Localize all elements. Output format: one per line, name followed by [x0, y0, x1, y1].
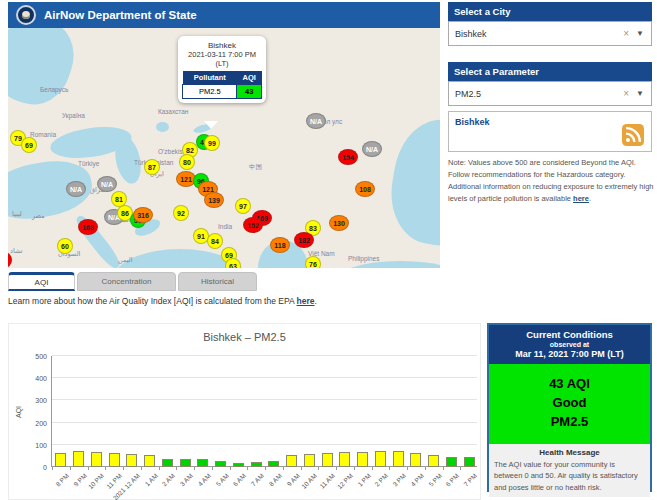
x-axis-label: 4 PM — [409, 472, 425, 488]
current-aqi-block: 43 AQI Good PM2.5 — [489, 364, 650, 444]
x-axis-tick — [159, 467, 160, 470]
x-axis-label: 4 AM — [196, 472, 211, 487]
current-conditions-title: Current Conditions — [491, 329, 648, 340]
map-label: تشاد — [10, 247, 22, 255]
chart-bar — [126, 454, 137, 467]
aqi-marker[interactable]: 87 — [144, 159, 160, 175]
city-select-dropdown[interactable]: Bishkek × ▼ — [448, 21, 652, 46]
chart-plot-area: AQI 01002003004005008 PM9 PM10 PM11 PM20… — [51, 356, 477, 467]
tab-historical[interactable]: Historical — [178, 272, 257, 291]
current-aqi-category: Good — [489, 394, 650, 413]
parameter-clear-icon[interactable]: × — [623, 88, 629, 99]
map-label: Україна — [62, 112, 85, 119]
aqi-marker[interactable]: N/A — [97, 176, 117, 192]
map-label: India — [218, 223, 232, 230]
x-axis-tick — [123, 467, 124, 470]
aqi-marker[interactable]: 108 — [355, 181, 375, 197]
chart-bar — [233, 463, 244, 467]
chart-bar — [73, 451, 84, 467]
aqi-marker[interactable]: 60 — [57, 238, 73, 254]
aqi-marker[interactable]: N/A — [66, 181, 86, 197]
aqi-marker[interactable]: 84 — [207, 233, 223, 249]
city-clear-icon[interactable]: × — [623, 28, 629, 39]
aqi-marker[interactable]: 118 — [270, 237, 290, 253]
chart-bar — [109, 453, 120, 467]
tab-aqi[interactable]: AQI — [8, 272, 75, 291]
x-axis-label: 8 AM — [267, 472, 282, 487]
map-label: Romania — [30, 131, 56, 138]
rss-icon[interactable] — [622, 124, 644, 146]
aqi-marker[interactable]: N/A — [362, 141, 382, 157]
aqi-marker[interactable]: 76 — [305, 256, 321, 268]
x-axis-label: 1 AM — [143, 472, 158, 487]
parameter-select-dropdown[interactable]: PM2.5 × ▼ — [448, 81, 652, 106]
city-chevron-down-icon[interactable]: ▼ — [636, 29, 644, 38]
aqi-marker[interactable]: 163 — [78, 219, 98, 235]
aqi-marker[interactable]: 152 — [243, 217, 263, 233]
aqi-marker[interactable]: N/A — [306, 113, 326, 129]
aqi-marker[interactable]: 69 — [21, 137, 37, 153]
x-axis-label: 1 PM — [356, 472, 372, 488]
map-label: ليبيا — [12, 210, 22, 218]
chart-title: Bishkek – PM2.5 — [9, 331, 480, 343]
chart-bar — [55, 453, 66, 467]
note-suffix: . — [589, 194, 591, 203]
x-axis-label: 6 AM — [232, 472, 247, 487]
x-axis-tick — [425, 467, 426, 470]
gridline — [52, 399, 477, 400]
popup-city: Bishkek — [182, 41, 262, 50]
epa-here-link[interactable]: here — [297, 296, 315, 306]
x-axis-tick — [88, 467, 89, 470]
learn-more-suffix: . — [315, 296, 317, 306]
x-axis-tick — [354, 467, 355, 470]
current-conditions-observed-at: observed at — [491, 341, 648, 348]
learn-more-line: Learn more about how the Air Quality Ind… — [8, 296, 317, 306]
y-axis-tick: 100 — [21, 441, 47, 448]
parameter-chevron-down-icon[interactable]: ▼ — [636, 89, 644, 98]
aqi-marker[interactable]: 63 — [225, 258, 241, 268]
city-select-header: Select a City — [448, 2, 652, 21]
health-message-block: Health Message The AQI value for your co… — [489, 444, 650, 498]
aqi-marker[interactable]: 154 — [338, 149, 358, 165]
y-axis-tick: 0 — [21, 464, 47, 471]
current-conditions-datetime: Mar 11, 2021 7:00 PM (LT) — [491, 349, 648, 359]
x-axis-label: 5 AM — [214, 472, 229, 487]
aqi-marker[interactable]: 316 — [133, 207, 153, 223]
map-label: مصر — [32, 212, 45, 220]
x-axis-tick — [265, 467, 266, 470]
x-axis-label: 3 AM — [179, 472, 194, 487]
x-axis-tick — [52, 467, 53, 470]
chart-bar — [91, 452, 102, 467]
aqi-marker[interactable]: 80 — [179, 154, 195, 170]
x-axis-label: 11 AM — [318, 472, 336, 490]
note-here-link[interactable]: here — [573, 194, 589, 203]
aqi-marker[interactable]: 99 — [204, 135, 220, 151]
department-of-state-seal-icon — [16, 5, 36, 25]
x-axis-tick — [407, 467, 408, 470]
chart-bar — [268, 461, 279, 467]
aqi-marker[interactable]: 92 — [173, 205, 189, 221]
aqi-marker[interactable]: 139 — [204, 192, 224, 208]
gridline — [52, 444, 477, 445]
y-axis-tick: 300 — [21, 397, 47, 404]
aqi-map[interactable]: БеларусьУкраїнаRomaniaTürkiyeКазахстанO'… — [8, 28, 440, 268]
aqi-marker[interactable]: 182 — [294, 232, 314, 248]
x-axis-tick — [336, 467, 337, 470]
gridline — [52, 355, 477, 356]
x-axis-label: 12 PM — [336, 472, 354, 490]
app-header: AirNow Department of State — [8, 2, 440, 28]
tab-concentration[interactable]: Concentration — [77, 272, 176, 291]
x-axis-label: 7 AM — [250, 472, 265, 487]
chart-bar — [375, 451, 386, 467]
aqi-bar-chart: Bishkek – PM2.5 AQI 01002003004005008 PM… — [8, 323, 481, 500]
map-label: 中国 — [249, 163, 262, 172]
aqi-marker[interactable]: 130 — [329, 215, 349, 231]
x-axis-label: 2 AM — [161, 472, 176, 487]
aqi-marker[interactable]: 97 — [235, 198, 251, 214]
chart-bar — [180, 459, 191, 467]
ocean-baltic — [8, 28, 83, 114]
x-axis-tick — [283, 467, 284, 470]
chart-bar — [446, 457, 457, 467]
chart-bar — [339, 452, 350, 467]
x-axis-tick — [318, 467, 319, 470]
